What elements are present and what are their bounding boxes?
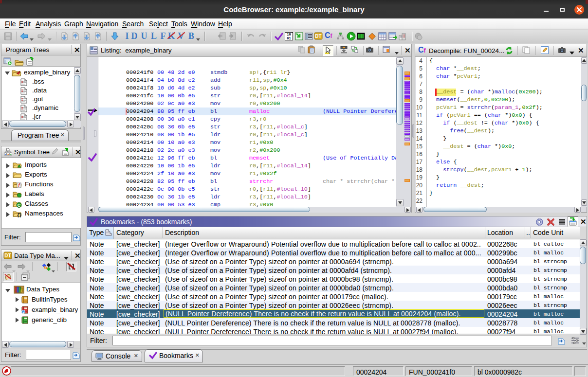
svg-text:{}: {} [17,212,21,217]
svg-text:01: 01 [287,36,291,40]
svg-text:DT: DT [4,253,11,258]
svg-text:C: C [18,203,21,208]
svg-text:DT: DT [315,34,321,39]
